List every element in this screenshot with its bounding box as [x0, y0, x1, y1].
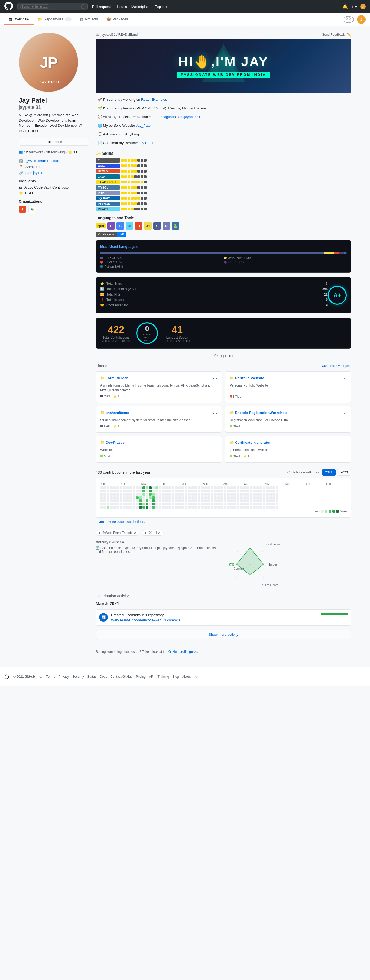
user-avatar[interactable]: J: [360, 4, 366, 9]
contrib-day: [266, 490, 269, 492]
repo-meta: Shell ⭐ 1: [230, 455, 347, 458]
contrib-day: [133, 496, 135, 499]
resume-link[interactable]: Jay Patel: [139, 141, 153, 145]
contrib-day: [100, 487, 103, 489]
contrib-day: [149, 493, 152, 496]
repo-name-link[interactable]: 📁 shahamit/sms: [100, 410, 129, 415]
stars-link[interactable]: 11: [73, 150, 77, 154]
location-text: Ahmedabad: [25, 165, 44, 169]
react-examples-link[interactable]: React-Examples: [141, 97, 167, 102]
month-label: Jun: [162, 482, 182, 485]
tab-overview[interactable]: ▤ Overview: [4, 14, 33, 25]
tab-projects[interactable]: ▦ Projects: [76, 14, 102, 25]
footer-link-privacy[interactable]: Privacy: [58, 675, 69, 679]
current-streak-label: CurrentStreak: [143, 333, 151, 339]
longest-streak-sub: Dec 30, 2020 - Feb 6: [164, 339, 190, 342]
contrib-day: [100, 506, 103, 509]
tab-packages[interactable]: 📦 Packages: [102, 14, 132, 25]
repo-name-link[interactable]: 📁 Form-Builder: [100, 376, 128, 380]
year-tab-2021[interactable]: 2021: [322, 469, 336, 476]
contributions-number: 422: [102, 324, 130, 336]
contrib-day: [162, 490, 165, 492]
repo-name-link[interactable]: 📁 Encode-RegistrationWorkshop: [230, 410, 287, 415]
repo-name-link[interactable]: 📁 Certificate_generator: [230, 441, 271, 444]
footer-link-security[interactable]: Security: [72, 675, 84, 679]
repo-menu-button[interactable]: ⋯: [342, 376, 347, 381]
edit-readme-icon[interactable]: ✏️: [347, 32, 351, 37]
footer-links: TermsPrivacySecurityStatusDocsContact Gi…: [46, 675, 191, 679]
svg-point-0: [343, 16, 354, 23]
repo-menu-button[interactable]: ⋯: [213, 410, 217, 416]
contrib-day: [204, 490, 207, 492]
fork-icon: 🍴 1: [123, 395, 129, 398]
filter-pill-1[interactable]: ● @Web-Team-Encode ✕: [95, 530, 140, 536]
tab-repositories[interactable]: 📁 Repositories 51: [33, 14, 76, 25]
filter-pill-2[interactable]: ● @JLH ✕: [142, 530, 164, 536]
repo-card-header: 📁 Portfolio-Website ⋯: [230, 376, 347, 381]
followers-link[interactable]: 12: [24, 150, 28, 154]
contrib-day: [276, 487, 278, 489]
activity-item-title: Created 3 commits in 1 repository: [111, 613, 348, 617]
contrib-day: [129, 496, 132, 499]
org-icon-1[interactable]: E: [19, 205, 26, 213]
marketplace-link[interactable]: Marketplace: [131, 5, 151, 9]
repo-menu-button[interactable]: ⋯: [342, 441, 347, 445]
year-tab-2020[interactable]: 2020: [337, 469, 351, 476]
activity-item-link[interactable]: Web-Team-Encode/encode-web · 3 commits: [111, 618, 180, 622]
footer-link-contact-github[interactable]: Contact GitHub: [110, 675, 132, 679]
footer-link-docs[interactable]: Docs: [100, 675, 107, 679]
contrib-day: [240, 493, 243, 496]
filter-x-2[interactable]: ✕: [158, 531, 160, 535]
learn-count-link[interactable]: Learn how we count contributions.: [95, 520, 145, 523]
explore-link[interactable]: Explore: [155, 5, 167, 9]
edit-profile-button[interactable]: Edit profile: [19, 138, 89, 146]
footer-link-training[interactable]: Training: [157, 675, 169, 679]
activity-overview-title: Activity overview: [95, 540, 221, 544]
filter-x-1[interactable]: ✕: [134, 531, 137, 535]
org-link[interactable]: @Web-Team-Encode: [25, 159, 59, 163]
contrib-day: [230, 487, 233, 489]
send-feedback-link[interactable]: Send Feedback: [322, 33, 345, 37]
repo-card-header: 📁 Dev-Plastic ⋯: [100, 441, 217, 445]
contrib-day: [123, 490, 126, 492]
contrib-day: [178, 490, 181, 492]
portfolio-link[interactable]: Jay_Patel: [136, 124, 151, 127]
footer-link-blog[interactable]: Blog: [172, 675, 179, 679]
footer-link-pricing[interactable]: Pricing: [136, 675, 146, 679]
skill-label: JAVA: [95, 175, 120, 179]
repo-name-link[interactable]: 📁 Portfolio-Website: [230, 376, 264, 380]
footer-link-terms[interactable]: Terms: [46, 675, 55, 679]
repo-description: generate certificate with php: [230, 448, 347, 452]
new-item-button[interactable]: + ▾: [351, 4, 357, 9]
issues-link[interactable]: Issues: [117, 5, 127, 9]
linkedin-icon[interactable]: in: [229, 353, 233, 360]
repo-name-link[interactable]: 📁 Dev-Plastic: [100, 441, 125, 444]
repo-menu-button[interactable]: ⋯: [213, 376, 217, 381]
contrib-day: [276, 500, 278, 502]
footer-link-about[interactable]: About: [182, 675, 191, 679]
footer-link-status[interactable]: Status: [87, 675, 97, 679]
instagram-icon[interactable]: Ⓘ: [221, 353, 226, 360]
profile-views-badge: Profile views 52K: [95, 232, 351, 237]
contribution-settings-link[interactable]: Contribution settings ▾: [287, 471, 320, 474]
contrib-day: [126, 487, 129, 489]
repo-menu-button[interactable]: ⋯: [213, 441, 217, 445]
following-link[interactable]: 18: [46, 150, 50, 154]
highlight-item-2: ⭐ PRO: [19, 191, 89, 195]
customize-pins-link[interactable]: Customize your pins: [322, 364, 351, 368]
contrib-week: [214, 487, 217, 509]
notification-button[interactable]: 🔔: [342, 4, 348, 9]
contrib-week: [188, 487, 191, 509]
show-more-activity-button[interactable]: Show more activity: [95, 630, 351, 639]
projects-link[interactable]: https://github.com/jaypatel31: [156, 115, 200, 119]
footer-link-api[interactable]: API: [149, 675, 154, 679]
footer-hint-link[interactable]: GitHub profile guide.: [168, 650, 198, 654]
stat-row-totalcommits: 🔄Total Commits (2021):356: [100, 287, 328, 291]
search-box[interactable]: Search or jump to... /: [17, 3, 88, 10]
contrib-day: [269, 500, 272, 502]
repo-menu-button[interactable]: ⋯: [342, 410, 347, 416]
pull-requests-link[interactable]: Pull requests: [92, 5, 113, 9]
website-link[interactable]: pateljay.me: [25, 171, 43, 175]
org-icon-2[interactable]: 🎭: [29, 205, 36, 213]
contrib-day: [178, 493, 181, 496]
